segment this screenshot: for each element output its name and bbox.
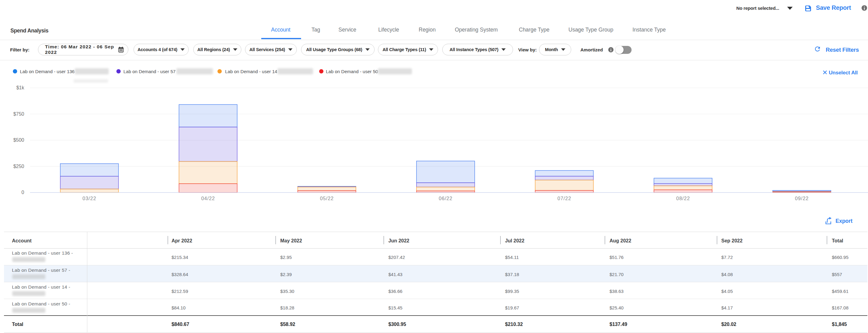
svg-text:$500: $500: [13, 137, 24, 143]
svg-text:03/22: 03/22: [83, 196, 96, 201]
svg-text:0: 0: [22, 190, 24, 195]
svg-text:$750: $750: [13, 111, 24, 116]
svg-text:$250: $250: [13, 164, 24, 169]
svg-text:04/22: 04/22: [201, 196, 215, 201]
svg-text:06/22: 06/22: [439, 196, 453, 201]
svg-text:$1k: $1k: [16, 85, 25, 90]
svg-text:07/22: 07/22: [557, 196, 571, 201]
svg-text:09/22: 09/22: [795, 196, 809, 201]
svg-text:08/22: 08/22: [676, 196, 690, 201]
svg-text:05/22: 05/22: [320, 196, 334, 201]
